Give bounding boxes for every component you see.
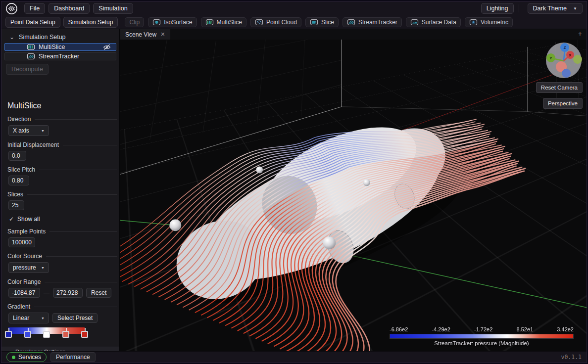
gradient-type-select[interactable]: Linear ▼ <box>8 313 49 323</box>
panel-title: MultiSlice <box>7 101 119 110</box>
gradient-stop-handle[interactable] <box>5 331 12 338</box>
main-area: ⌄ Simulation Setup MultiSlice <box>1 29 587 351</box>
app-logo[interactable] <box>5 2 18 15</box>
services-button[interactable]: Services <box>6 352 47 362</box>
feature-surface-data-label: Surface Data <box>422 19 456 26</box>
multislice-icon <box>27 44 35 50</box>
slices-label: Slices <box>7 191 117 198</box>
direction-select[interactable]: X axis ▼ <box>8 125 49 136</box>
orientation-gizmo[interactable]: Z X Y <box>545 41 583 78</box>
slice-pitch-input[interactable] <box>8 176 29 185</box>
sample-points-label: Sample Points <box>7 228 117 235</box>
scene-canvas[interactable]: Z X Y Reset Camera Perspective -6.86e2-4… <box>120 40 587 351</box>
multislice-properties-panel: MultiSlice Direction X axis ▼ Initial Di… <box>1 101 119 351</box>
perspective-button[interactable]: Perspective <box>543 98 583 109</box>
menu-simulation[interactable]: Simulation <box>93 3 133 14</box>
surface-data-icon <box>410 19 419 26</box>
select-preset-button[interactable]: Select Preset <box>52 313 98 323</box>
tree-item-streamtracker[interactable]: StreamTracker <box>4 52 116 60</box>
color-source-label: Color Source <box>7 253 117 260</box>
color-range-max-input[interactable] <box>53 288 83 298</box>
color-source-value: pressure <box>13 264 36 271</box>
sidebar: ⌄ Simulation Setup MultiSlice <box>1 29 120 351</box>
menu-file[interactable]: File <box>24 3 45 14</box>
gradient-type-value: Linear <box>13 315 29 321</box>
color-range-reset-button[interactable]: Reset <box>86 288 111 298</box>
tab-simulation-setup[interactable]: Simulation Setup <box>63 17 118 28</box>
feature-isosurface-label: IsoSurface <box>164 19 192 26</box>
status-dot-icon <box>12 356 15 359</box>
feature-volumetric-label: Volumetric <box>481 19 508 26</box>
menu-dashboard[interactable]: Dashboard <box>49 3 90 14</box>
lighting-button[interactable]: Lighting <box>481 3 514 14</box>
chevron-down-icon: ⌄ <box>9 35 14 39</box>
visibility-off-icon[interactable] <box>103 44 111 50</box>
theme-select-value: Dark Theme <box>533 5 567 12</box>
tree-item-multislice[interactable]: MultiSlice <box>4 43 116 51</box>
initial-displacement-input[interactable] <box>8 151 26 161</box>
tree-header-simulation-setup[interactable]: ⌄ Simulation Setup <box>1 32 119 43</box>
tree-header-label: Simulation Setup <box>19 34 66 41</box>
reset-camera-button[interactable]: Reset Camera <box>536 82 583 93</box>
feature-streamtracker-button[interactable]: StreamTracker <box>343 17 402 27</box>
multislice-icon <box>205 19 214 26</box>
slice-icon <box>310 19 318 26</box>
color-source-select[interactable]: pressure ▼ <box>8 262 49 273</box>
legend-ticks: -6.86e2-4.29e2-1.72e28.52e13.42e2 <box>390 326 574 332</box>
menu-bar: File Dashboard Simulation Lighting Dark … <box>1 1 587 15</box>
gradient-stop-handle[interactable] <box>43 331 50 338</box>
toolbar: Point Data Setup Simulation Setup Clip I… <box>1 15 587 29</box>
feature-clip-label: Clip <box>129 19 140 26</box>
close-icon[interactable]: ✕ <box>160 31 165 38</box>
tab-point-data-setup[interactable]: Point Data Setup <box>5 17 60 28</box>
caret-down-icon: ▼ <box>573 6 577 11</box>
feature-isosurface-button[interactable]: IsoSurface <box>148 17 196 27</box>
feature-clip-button[interactable]: Clip <box>125 17 144 27</box>
show-all-checkbox[interactable]: ✓ Show all <box>9 216 119 223</box>
feature-point-cloud-label: Point Cloud <box>266 19 297 26</box>
tab-scene-view[interactable]: Scene View ✕ <box>120 29 170 40</box>
add-view-button[interactable]: + <box>576 30 585 38</box>
axis-z-label: Z <box>564 46 566 50</box>
axis-y-label: Y <box>549 56 552 60</box>
feature-buttons: Clip IsoSurface MultiSlice <box>125 17 516 27</box>
sample-points-input[interactable] <box>8 237 35 247</box>
slices-input[interactable] <box>8 200 24 210</box>
gradient-stop-handle[interactable] <box>81 331 88 338</box>
tab-scene-view-label: Scene View <box>125 31 156 38</box>
app-window: File Dashboard Simulation Lighting Dark … <box>1 1 587 363</box>
scene-render <box>120 40 587 351</box>
gradient-stop-handle[interactable] <box>62 331 69 338</box>
caret-down-icon: ▼ <box>41 129 45 133</box>
axis-neg-z-ball <box>562 69 571 78</box>
developer-settings-expander[interactable]: ► Developer Settings <box>1 347 120 351</box>
feature-slice-button[interactable]: Slice <box>305 17 339 27</box>
menubar-divider <box>519 4 519 12</box>
theme-select[interactable]: Dark Theme ▼ <box>528 3 583 14</box>
feature-streamtracker-label: StreamTracker <box>358 19 397 26</box>
feature-point-cloud-button[interactable]: Point Cloud <box>250 17 301 27</box>
point-cloud-icon <box>255 19 263 26</box>
axis-neg-y-ball <box>573 55 582 64</box>
initial-displacement-label: Initial Displacement <box>7 141 117 148</box>
performance-button[interactable]: Performance <box>50 352 96 362</box>
direction-value: X axis <box>13 127 29 134</box>
feature-multislice-button[interactable]: MultiSlice <box>201 17 246 27</box>
recompute-button[interactable]: Recompute <box>6 64 49 75</box>
volumetric-icon <box>469 19 478 26</box>
services-label: Services <box>18 354 41 361</box>
show-all-label: Show all <box>17 216 40 223</box>
gradient-stop-handle[interactable] <box>24 331 31 338</box>
version-label: v0.1.1 <box>561 354 582 361</box>
color-range-min-input[interactable] <box>8 288 40 298</box>
tree-item-label: StreamTracker <box>39 53 79 60</box>
status-bar: Services Performance v0.1.1 <box>1 351 587 363</box>
feature-volumetric-button[interactable]: Volumetric <box>465 17 513 27</box>
check-icon: ✓ <box>9 216 14 223</box>
color-range-label: Color Range <box>7 278 117 285</box>
feature-surface-data-button[interactable]: Surface Data <box>406 17 461 27</box>
feature-multislice-label: MultiSlice <box>217 19 242 26</box>
streamtracker-icon <box>27 53 35 60</box>
tree-item-label: MultiSlice <box>39 44 65 50</box>
direction-label: Direction <box>7 116 117 123</box>
